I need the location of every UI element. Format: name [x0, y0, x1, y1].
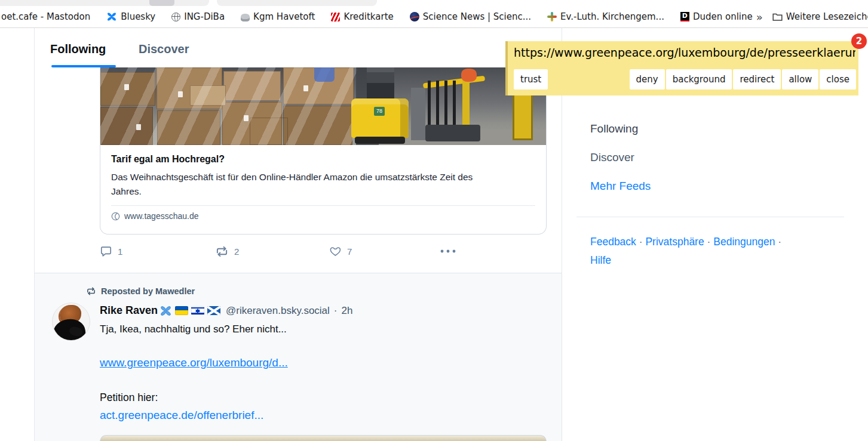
footer-dot: ·	[778, 236, 781, 248]
bookmark-science-news[interactable]: Science News | Scienc...	[410, 11, 531, 22]
repost-button[interactable]: 2	[215, 245, 239, 258]
sidebar-footer: Feedback · Privatsphäre · Bedingungen · …	[590, 233, 836, 270]
bookmark-label: Science News | Scienc...	[423, 11, 531, 22]
colored-cross-icon	[547, 12, 557, 21]
close-button[interactable]: close	[820, 69, 856, 90]
post-timestamp: 2h	[342, 305, 353, 317]
browser-tab-remnant[interactable]	[217, 0, 377, 6]
post2-link-greenpeace[interactable]: www.greenpeace.org/luxembourg/d...	[100, 356, 288, 369]
butterfly-icon	[106, 12, 117, 21]
bookmark-duden[interactable]: D Duden online	[680, 11, 753, 22]
reposted-by-row[interactable]: Reposted by Mawedler	[86, 286, 195, 296]
embed-image-warehouse: 78	[100, 67, 546, 145]
forklift-wheels	[355, 137, 405, 144]
flag-israel-icon	[191, 306, 204, 315]
bookmark-label: Kgm Havetoft	[253, 11, 315, 22]
ellipsis-icon	[440, 249, 456, 253]
bookmark-kreditkarte[interactable]: Kreditkarte	[331, 11, 393, 22]
post2-text: Tja, Ikea, nachhaltig und so? Eher nicht…	[100, 323, 287, 335]
avatar[interactable]	[52, 303, 90, 341]
post1-embed-card[interactable]: 78 Tarif egal am Hochregal? Das Weihnach…	[100, 67, 547, 235]
sidebar-item-discover[interactable]: Discover	[590, 151, 634, 164]
building-icon	[241, 14, 250, 21]
bookmark-label: Kreditkarte	[343, 11, 393, 22]
browser-tabstrip	[0, 0, 868, 6]
footer-link-privatsphaere[interactable]: Privatsphäre	[645, 236, 704, 248]
post2-name-row: Rike Raven @rikeraven.bsky.social · 2h	[100, 304, 352, 317]
notification-count-badge: 2	[851, 33, 867, 49]
bookmark-bluesky[interactable]: Bluesky	[106, 11, 155, 22]
folder-icon	[772, 13, 783, 21]
forklift-number-chip: 78	[374, 107, 385, 116]
embed-description: Das Weihnachtsgeschäft ist für den Onlin…	[111, 170, 493, 199]
more-bookmarks-label: Weitere Lesezeichen	[786, 11, 868, 22]
butterfly-emoji-icon	[160, 306, 172, 316]
post-more-button[interactable]	[440, 249, 456, 253]
deny-button[interactable]: deny	[630, 69, 665, 90]
request-control-popup: https://www.greenpeace.org/luxembourg/de…	[505, 41, 858, 95]
bookmark-label: Duden online	[693, 11, 753, 22]
embed-source: www.tagesschau.de	[124, 211, 199, 221]
repost-small-icon	[86, 286, 96, 296]
like-button[interactable]: 7	[329, 245, 352, 257]
safety-vest	[461, 69, 477, 82]
flag-ukraine-icon	[175, 306, 188, 315]
bookmark-label: oet.cafe - Mastodon	[1, 11, 90, 22]
footer-link-hilfe[interactable]: Hilfe	[590, 254, 611, 266]
trust-button[interactable]: trust	[514, 69, 548, 90]
footer-link-bedingungen[interactable]: Bedingungen	[713, 236, 775, 248]
author-handle[interactable]: @rikeraven.bsky.social	[226, 305, 330, 317]
bookmark-mastodon[interactable]: oet.cafe - Mastodon	[1, 11, 90, 22]
footer-link-feedback[interactable]: Feedback	[590, 236, 636, 248]
post2-embed-card-top[interactable]	[100, 435, 547, 441]
forklift2-body	[425, 125, 480, 141]
comment-icon	[100, 245, 112, 258]
tab-discover[interactable]: Discover	[139, 42, 189, 56]
bookmark-label: Bluesky	[121, 11, 155, 22]
globe-icon	[171, 13, 180, 21]
repost-icon	[215, 245, 229, 258]
popup-url: https://www.greenpeace.org/luxembourg/de…	[514, 46, 855, 59]
flag-scotland-icon	[207, 306, 220, 315]
footer-dot: ·	[639, 236, 643, 248]
post1-action-bar: 1 2 7	[100, 243, 487, 260]
post2[interactable]: Reposted by Mawedler Rike Raven @rikerav…	[35, 273, 562, 441]
feed-column: Following Discover	[34, 28, 562, 441]
bookmarks-overflow-chevron-icon[interactable]: »	[753, 11, 766, 23]
bookmark-kgm-havetoft[interactable]: Kgm Havetoft	[241, 11, 315, 22]
reposted-by-label: Reposted by Mawedler	[101, 286, 195, 296]
sidebar-divider	[576, 217, 844, 217]
footer-dot: ·	[707, 236, 711, 248]
screen: oet.cafe - Mastodon Bluesky ING-DiBa Kgm…	[0, 0, 868, 441]
duden-d-icon: D	[680, 12, 689, 21]
post2-petition-label: Petition hier:	[100, 391, 158, 404]
reply-button[interactable]: 1	[100, 245, 122, 258]
browser-tab-remnant-dark[interactable]	[149, 0, 174, 6]
redirect-button[interactable]: redirect	[733, 69, 781, 90]
handle-separator: ·	[334, 305, 338, 317]
allow-button[interactable]: allow	[782, 69, 818, 90]
forklift-column	[411, 88, 425, 140]
sidebar-item-mehr-feeds[interactable]: Mehr Feeds	[590, 180, 651, 193]
planet-icon	[410, 12, 419, 21]
bookmark-label: ING-DiBa	[184, 11, 225, 22]
globe-source-icon	[111, 212, 120, 221]
bookmark-ing-diba[interactable]: ING-DiBa	[171, 11, 225, 22]
feed-tab-header: Following Discover	[35, 28, 562, 67]
post2-link-petition[interactable]: act.greenpeace.de/offenerbrief...	[100, 409, 263, 422]
tab-following[interactable]: Following	[50, 42, 106, 56]
sidebar-item-following[interactable]: Following	[590, 122, 638, 135]
blue-wrap	[314, 67, 335, 82]
forklift-body	[351, 98, 409, 138]
repost-count: 2	[234, 246, 239, 257]
bookmarks-bar: oet.cafe - Mastodon Bluesky ING-DiBa Kgm…	[0, 6, 868, 28]
red-stripes-icon	[331, 13, 340, 21]
embed-title: Tarif egal am Hochregal?	[111, 154, 535, 165]
bookmark-kirchengemeinde[interactable]: Ev.-Luth. Kirchengem...	[547, 11, 664, 22]
bookmark-more-folder[interactable]: Weitere Lesezeichen	[772, 11, 868, 22]
like-count: 7	[347, 246, 352, 257]
reply-count: 1	[118, 246, 122, 257]
background-button[interactable]: background	[666, 69, 732, 90]
display-name[interactable]: Rike Raven	[100, 304, 158, 317]
browser-tab-remnant[interactable]	[0, 0, 209, 6]
